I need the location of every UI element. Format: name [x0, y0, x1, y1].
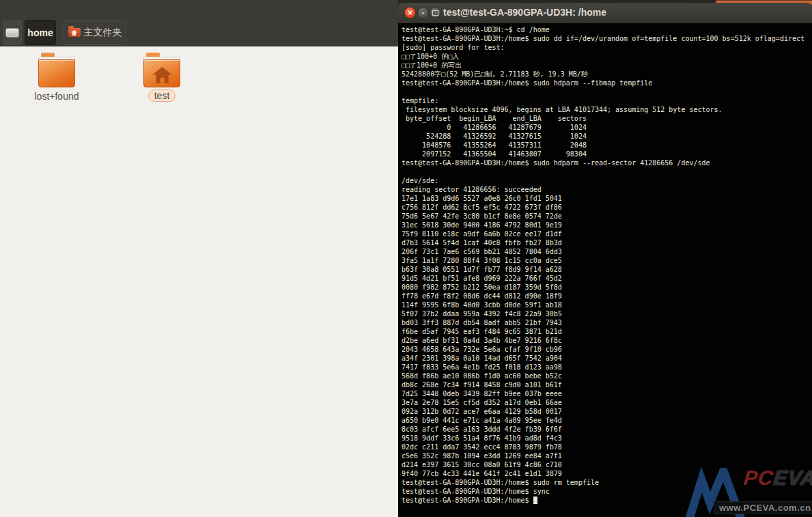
folder-home-icon-large: [143, 52, 180, 87]
file-manager-window: home 主文件夹 lost+found test: [0, 0, 398, 517]
maximize-button[interactable]: [430, 7, 441, 18]
home-breadcrumb-label: home: [27, 27, 53, 38]
terminal-title: test@test-GA-890GPA-UD3H: /home: [443, 3, 606, 23]
minimize-button[interactable]: -: [417, 7, 429, 18]
folder-home-icon: [68, 28, 81, 37]
terminal-body[interactable]: test@test-GA-890GPA-UD3H:~$ cd /home tes…: [398, 23, 812, 517]
home-breadcrumb-button[interactable]: home: [25, 20, 56, 45]
folder-icon: [38, 52, 75, 87]
drive-breadcrumb-button[interactable]: [3, 20, 22, 45]
folder-label-selected: test: [148, 89, 176, 102]
terminal-cursor: [533, 497, 537, 504]
folder-front: [38, 59, 75, 87]
drive-icon: [5, 28, 19, 38]
desktop: home 主文件夹 lost+found test: [0, 0, 812, 517]
maximize-icon: [432, 10, 438, 16]
file-manager-pathbar: home 主文件夹: [0, 0, 398, 46]
terminal-window: × - test@test-GA-890GPA-UD3H: /home test…: [398, 3, 812, 517]
terminal-titlebar[interactable]: × - test@test-GA-890GPA-UD3H: /home: [398, 3, 812, 24]
home-emblem-icon: [71, 30, 78, 36]
folder-item-test[interactable]: test: [124, 52, 199, 102]
home-folder-breadcrumb-label: 主文件夹: [84, 27, 122, 39]
folder-label: lost+found: [19, 91, 94, 102]
close-button[interactable]: ×: [404, 7, 416, 18]
terminal-output: test@test-GA-890GPA-UD3H:~$ cd /home tes…: [398, 23, 812, 496]
home-folder-breadcrumb-button[interactable]: 主文件夹: [64, 20, 126, 45]
close-icon: ×: [405, 8, 415, 18]
folder-item-lost-found[interactable]: lost+found: [19, 52, 94, 102]
minimize-icon: -: [418, 8, 428, 18]
terminal-prompt: test@test-GA-890GPA-UD3H:/home$: [402, 496, 533, 505]
terminal-prompt-line: test@test-GA-890GPA-UD3H:/home$: [398, 496, 812, 505]
